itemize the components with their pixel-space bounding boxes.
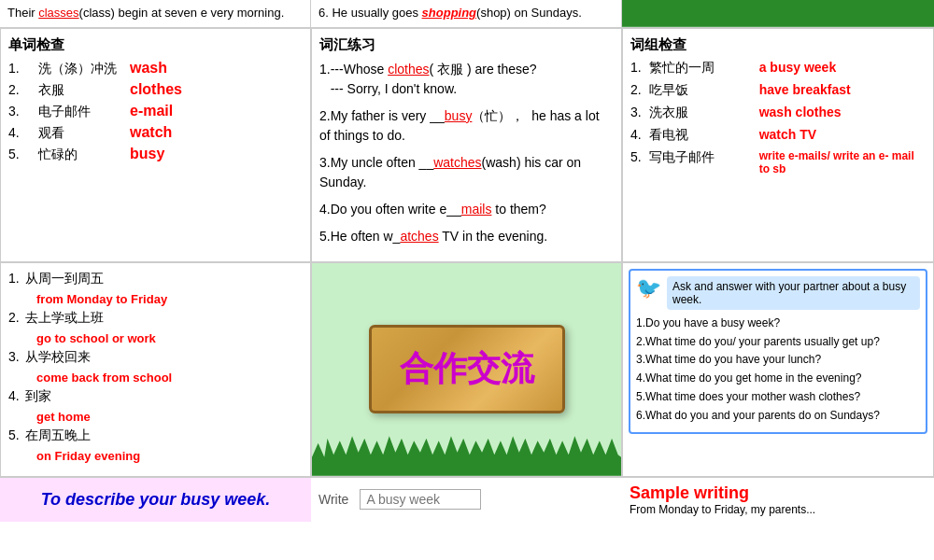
trans-row-5: 5. 在周五晚上 xyxy=(8,427,303,444)
convo-item-5: 5.What time does your mother wash clothe… xyxy=(636,389,920,405)
lex-item-2: 2.My father is very __busy（忙）， he has a … xyxy=(319,106,614,146)
bird-icon: 🐦 xyxy=(636,276,661,301)
pc-en-4: watch TV xyxy=(759,127,816,142)
main-grid: 单词检查 1. 洗（涤）冲洗 wash 2. 衣服 clothes 3. 电子邮… xyxy=(0,28,934,522)
trans-row-2: 2. 去上学或上班 xyxy=(8,310,303,327)
strip-center: Write xyxy=(311,478,622,522)
trans-en-5: on Friday evening xyxy=(36,449,140,463)
vocab-en-1: wash xyxy=(130,60,167,77)
trans-en-2: go to school or work xyxy=(36,331,156,345)
pc-cn-5: 写电子邮件 xyxy=(649,149,752,166)
pc-cn-2: 吃早饭 xyxy=(649,82,752,99)
trans-cn-3: 从学校回来 xyxy=(25,349,137,366)
pc-en-2: have breakfast xyxy=(759,82,851,97)
lex-item-4: 4.Do you often write e__mails to them? xyxy=(319,200,614,219)
pc-en-3: wash clothes xyxy=(759,105,842,119)
pc-row-2: 2. 吃早饭 have breakfast xyxy=(630,82,926,99)
vocab-check-title: 单词检查 xyxy=(8,36,303,54)
lex-exercise-title: 词汇练习 xyxy=(319,36,614,54)
vocab-row-3: 3. 电子邮件 e-mail xyxy=(8,103,303,120)
convo-item-1: 1.Do you have a busy week? xyxy=(636,315,920,331)
wooden-sign: 合作交流 xyxy=(369,325,565,413)
vocab-num-4: 4. xyxy=(8,125,31,140)
lex-exercise-cell: 词汇练习 1.---Whose clothes( 衣服 ) are these?… xyxy=(311,28,622,262)
write-input[interactable] xyxy=(360,489,481,510)
pc-en-5: write e-mails/ write an e- mail to sb xyxy=(759,149,926,175)
trans-row-1: 1. 从周一到周五 xyxy=(8,271,303,287)
convo-instruction: Ask and answer with your partner about a… xyxy=(667,276,920,310)
vocab-cn-5: 忙碌的 xyxy=(38,147,122,163)
pc-row-1: 1. 繁忙的一周 a busy week xyxy=(630,60,926,77)
sign-text: 合作交流 xyxy=(400,346,534,392)
top-left-text: Their classes(class) begin at seven e ve… xyxy=(7,6,284,20)
wooden-sign-cell: 合作交流 xyxy=(311,262,622,477)
trans-row-4: 4. 到家 xyxy=(8,388,303,405)
trans-num-1: 1. xyxy=(8,271,20,286)
strip-left: To describe your busy week. xyxy=(0,478,311,522)
conversation-cell: 🐦 Ask and answer with your partner about… xyxy=(622,262,934,477)
sample-text-partial: From Monday to Friday, my parents... xyxy=(630,503,927,516)
pc-row-5: 5. 写电子邮件 write e-mails/ write an e- mail… xyxy=(630,149,926,175)
top-row: Their classes(class) begin at seven e ve… xyxy=(0,0,934,28)
convo-header: 🐦 Ask and answer with your partner about… xyxy=(636,276,920,310)
trans-cn-1: 从周一到周五 xyxy=(25,271,137,287)
convo-item-2: 2.What time do you/ your parents usually… xyxy=(636,334,920,350)
top-center-answer: shopping xyxy=(422,6,477,20)
trans-cn-4: 到家 xyxy=(25,388,137,405)
vocab-en-2: clothes xyxy=(130,81,182,98)
write-label: Write xyxy=(318,492,348,507)
phrase-check-title: 词组检查 xyxy=(630,36,926,54)
vocab-row-2: 2. 衣服 clothes xyxy=(8,81,303,99)
vocab-row-4: 4. 观看 watch xyxy=(8,124,303,142)
pc-en-1: a busy week xyxy=(759,60,837,75)
pc-num-2: 2. xyxy=(630,82,642,97)
trans-row-3: 3. 从学校回来 xyxy=(8,349,303,366)
trans-num-3: 3. xyxy=(8,349,20,364)
vocab-num-3: 3. xyxy=(8,104,31,119)
trans-num-2: 2. xyxy=(8,310,20,325)
conversation-box: 🐦 Ask and answer with your partner about… xyxy=(629,269,927,434)
strip-right: Sample writing From Monday to Friday, my… xyxy=(622,478,934,522)
top-cell-left: Their classes(class) begin at seven e ve… xyxy=(0,0,311,27)
pc-cn-4: 看电视 xyxy=(649,127,752,144)
trans-en-3: come back from school xyxy=(36,371,172,385)
pc-row-4: 4. 看电视 watch TV xyxy=(630,127,926,144)
pc-num-4: 4. xyxy=(630,127,642,142)
vocab-cn-3: 电子邮件 xyxy=(38,104,122,120)
convo-item-3: 3.What time do you have your lunch? xyxy=(636,352,920,368)
convo-item-4: 4.What time do you get home in the eveni… xyxy=(636,371,920,386)
trans-en-4: get home xyxy=(36,410,91,424)
pc-num-1: 1. xyxy=(630,60,642,75)
vocab-check-cell: 单词检查 1. 洗（涤）冲洗 wash 2. 衣服 clothes 3. 电子邮… xyxy=(0,28,311,262)
vocab-en-5: busy xyxy=(130,146,164,162)
sample-writing-title: Sample writing xyxy=(630,483,927,503)
trans-cn-2: 去上学或上班 xyxy=(25,310,137,327)
top-cell-right xyxy=(622,0,934,27)
vocab-en-4: watch xyxy=(130,124,172,141)
vocab-cn-4: 观看 xyxy=(38,125,122,142)
vocab-cn-2: 衣服 xyxy=(38,82,122,99)
pc-num-5: 5. xyxy=(630,149,642,164)
lex-item-5: 5.He often w_atches TV in the evening. xyxy=(319,227,614,246)
trans-num-5: 5. xyxy=(8,427,20,442)
translation-cell: 1. 从周一到周五 from Monday to Friday 2. 去上学或上… xyxy=(0,262,311,477)
vocab-en-3: e-mail xyxy=(130,103,173,119)
strip-left-text: To describe your busy week. xyxy=(41,490,270,510)
pc-cn-3: 洗衣服 xyxy=(649,105,752,121)
vocab-row-1: 1. 洗（涤）冲洗 wash xyxy=(8,60,303,77)
top-center-text: 6. He usually goes shopping(shop) on Sun… xyxy=(318,6,582,20)
top-left-answer: classes xyxy=(38,6,78,20)
lex-item-3: 3.My uncle often __watches(wash) his car… xyxy=(319,153,614,192)
pc-cn-1: 繁忙的一周 xyxy=(649,60,752,77)
grass-decoration xyxy=(312,429,621,476)
bottom-strip: To describe your busy week. Write Sample… xyxy=(0,477,934,522)
lex-item-1: 1.---Whose clothes( 衣服 ) are these? --- … xyxy=(319,60,614,99)
top-cell-center: 6. He usually goes shopping(shop) on Sun… xyxy=(311,0,622,27)
vocab-num-2: 2. xyxy=(8,82,31,97)
pc-row-3: 3. 洗衣服 wash clothes xyxy=(630,105,926,121)
trans-cn-5: 在周五晚上 xyxy=(25,427,137,444)
trans-num-4: 4. xyxy=(8,388,20,403)
phrase-check-cell: 词组检查 1. 繁忙的一周 a busy week 2. 吃早饭 have br… xyxy=(622,28,934,262)
trans-en-1: from Monday to Friday xyxy=(36,292,167,306)
convo-item-6: 6.What do you and your parents do on Sun… xyxy=(636,408,920,424)
